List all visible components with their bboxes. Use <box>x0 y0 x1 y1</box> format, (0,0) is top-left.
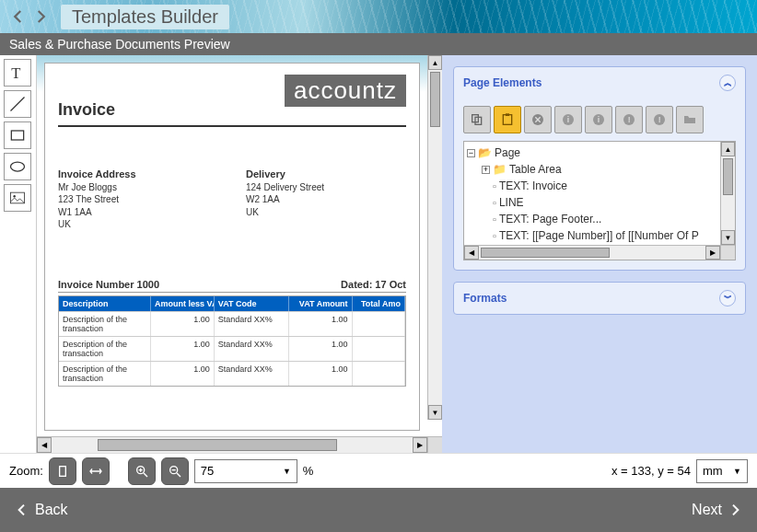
zoom-out-button[interactable] <box>161 457 189 485</box>
address-row: Invoice Address Mr Joe Bloggs 123 The St… <box>58 168 406 231</box>
zoom-label: Zoom: <box>9 464 43 478</box>
line-tool[interactable] <box>4 90 31 118</box>
history-back-button[interactable] <box>7 6 29 28</box>
image-tool[interactable] <box>4 184 31 212</box>
folder-open-icon: 📂 <box>478 145 492 161</box>
arrow-right-icon <box>728 503 742 517</box>
invoice-address-line2: W1 1AA <box>58 207 92 217</box>
info-button-1[interactable]: i <box>554 106 582 133</box>
arrow-left-icon <box>15 503 29 517</box>
next-label: Next <box>692 502 722 518</box>
invoice-number: Invoice Number 1000 <box>58 279 159 290</box>
tree-content: − 📂 Page + 📁 Table Area ▫TEXT: Invoice ▫… <box>464 142 720 245</box>
preview-viewport: accountz Invoice Invoice Address Mr Joe … <box>37 55 442 436</box>
file-icon: ▫ <box>493 195 496 211</box>
line-icon <box>8 95 27 113</box>
page-icon <box>55 464 70 479</box>
cell-vatamt: 1.00 <box>289 337 353 361</box>
scroll-left-icon[interactable]: ◀ <box>464 246 479 260</box>
grid-row: Description of the transaction 1.00 Stan… <box>59 361 405 386</box>
zoom-out-icon <box>168 464 182 479</box>
back-label: Back <box>35 502 68 518</box>
preview-hscrollbar[interactable]: ◀ ▶ <box>37 436 442 453</box>
scroll-corner <box>427 437 442 453</box>
info-icon: i <box>561 112 576 127</box>
svg-text:!: ! <box>628 115 631 124</box>
scroll-thumb[interactable] <box>430 72 440 127</box>
scroll-track[interactable] <box>479 246 705 260</box>
back-button[interactable]: Back <box>15 502 68 518</box>
page-elements-header[interactable]: Page Elements ︽ <box>454 67 745 98</box>
zoom-dropdown[interactable]: 75 ▼ <box>194 459 297 483</box>
tree-leaf[interactable]: ▫TEXT: Page Footer... <box>467 211 717 227</box>
scroll-up-icon[interactable]: ▲ <box>721 142 735 156</box>
tree-label: TEXT: Page Footer... <box>499 211 601 227</box>
cell-desc: Description of the transaction <box>59 362 151 386</box>
formats-panel: Formats ︾ <box>453 282 746 315</box>
preview-vscrollbar[interactable]: ▲ ▼ <box>427 55 442 420</box>
zoom-value: 75 <box>201 464 214 478</box>
tree-hscrollbar[interactable]: ◀ ▶ <box>464 245 735 260</box>
wizard-footer: Back Next <box>0 488 757 532</box>
invoice-address-block: Invoice Address Mr Joe Bloggs 123 The St… <box>58 168 218 231</box>
invoice-address-line1: 123 The Street <box>58 194 119 204</box>
tree-node-page[interactable]: − 📂 Page <box>467 145 717 161</box>
rect-icon <box>8 126 27 145</box>
cell-vatcode: Standard XX% <box>215 312 289 336</box>
x-circle-icon <box>530 112 545 127</box>
scroll-thumb[interactable] <box>723 158 733 195</box>
folder-icon <box>682 112 697 127</box>
zoom-percent-label: % <box>303 464 314 478</box>
file-icon: ▫ <box>493 212 496 227</box>
scroll-corner <box>720 246 735 260</box>
tree-leaf[interactable]: ▫LINE <box>467 194 717 211</box>
tree-label: TEXT: [[Page Number]] of [[Number Of P <box>499 227 699 244</box>
expand-icon[interactable]: − <box>467 149 475 157</box>
delete-button[interactable] <box>524 106 552 133</box>
unit-dropdown[interactable]: mm ▼ <box>696 459 748 483</box>
scroll-left-icon[interactable]: ◀ <box>37 437 52 453</box>
tree-leaf[interactable]: ▫TEXT: Invoice <box>467 178 717 194</box>
company-logo: accountz <box>285 75 406 107</box>
scroll-down-icon[interactable]: ▼ <box>721 230 735 245</box>
rect-tool[interactable] <box>4 121 31 149</box>
toolbox: T <box>0 55 37 453</box>
tree-leaf[interactable]: ▫TEXT: [[Page Number]] of [[Number Of P <box>467 227 717 244</box>
scroll-up-icon[interactable]: ▲ <box>428 55 442 70</box>
collapse-icon[interactable]: ︽ <box>719 75 736 91</box>
fit-width-button[interactable] <box>82 457 110 485</box>
folder-button[interactable] <box>676 106 704 133</box>
invoice-address-line3: UK <box>58 219 71 229</box>
scroll-track[interactable] <box>52 437 413 453</box>
expand-icon[interactable]: + <box>482 166 490 174</box>
tree-node-table-area[interactable]: + 📁 Table Area <box>467 161 717 178</box>
alert-button-1[interactable]: ! <box>615 106 643 133</box>
grid-row: Description of the transaction 1.00 Stan… <box>59 336 405 361</box>
scroll-right-icon[interactable]: ▶ <box>413 437 427 453</box>
col-vat-amount: VAT Amount <box>289 296 353 311</box>
document-preview[interactable]: accountz Invoice Invoice Address Mr Joe … <box>44 63 420 431</box>
tree-vscrollbar[interactable]: ▲ ▼ <box>720 142 735 245</box>
zoom-in-button[interactable] <box>128 457 156 485</box>
cell-amount: 1.00 <box>151 362 215 386</box>
formats-header[interactable]: Formats ︾ <box>454 283 745 314</box>
alert-button-2[interactable]: ! <box>646 106 673 133</box>
info-button-2[interactable]: i <box>585 106 612 133</box>
grid-row: Description of the transaction 1.00 Stan… <box>59 311 405 336</box>
fit-page-button[interactable] <box>49 457 76 485</box>
scroll-right-icon[interactable]: ▶ <box>705 246 720 260</box>
col-vat-code: VAT Code <box>215 296 289 311</box>
scroll-down-icon[interactable]: ▼ <box>428 405 442 420</box>
scroll-thumb[interactable] <box>481 248 610 258</box>
scroll-thumb[interactable] <box>98 439 337 451</box>
ellipse-tool[interactable] <box>4 153 31 180</box>
copy-button[interactable] <box>463 106 491 133</box>
expand-icon[interactable]: ︾ <box>719 290 736 306</box>
file-icon: ▫ <box>493 179 496 194</box>
history-forward-button[interactable] <box>29 6 52 28</box>
invoice-address-heading: Invoice Address <box>58 168 136 179</box>
next-button[interactable]: Next <box>692 502 742 518</box>
grid-header: Description Amount less VAT VAT Code VAT… <box>59 296 405 311</box>
paste-button[interactable] <box>494 106 521 133</box>
text-tool[interactable]: T <box>4 59 31 87</box>
